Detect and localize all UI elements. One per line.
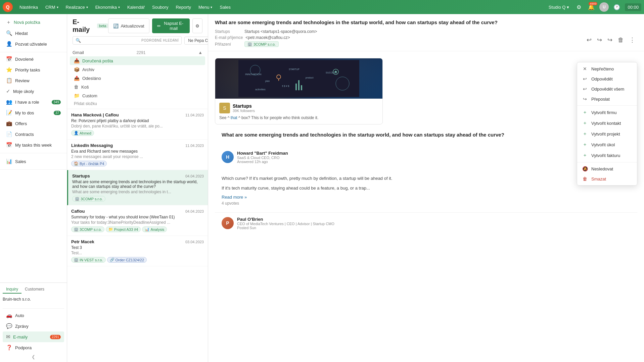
tab-customers[interactable]: Customers [21,286,48,294]
search-input[interactable] [83,38,139,43]
delete-icon: 🗑 [582,176,588,182]
nav-soubory[interactable]: Soubory [149,3,172,11]
email-item-selected[interactable]: Startups 04.04.2023 What are some emergi… [67,170,208,205]
nav-ekonomika[interactable]: Ekonomika ▾ [92,3,123,11]
sidebar-item-review[interactable]: 📋 Review [3,75,64,86]
email-tag[interactable]: 🔗 Order CZ1324/22 [107,257,147,263]
notification-badge: 4909 [589,2,597,5]
dd-item-reply-all[interactable]: ↩ Odpovědět všem [577,84,637,94]
nav-nastenkda[interactable]: Nástěnka [16,3,41,11]
sidebar-item-moje-ukoly[interactable]: ✓ Moje úkoly [3,86,64,97]
settings-button[interactable]: ⚙ [574,3,583,12]
dd-item-unfollow[interactable]: 🔕 Nesledovat [577,164,637,174]
sidebar-sales-section: 📊 Sales [0,155,67,168]
add-folder-button[interactable]: Přidat složku [70,100,205,107]
auto-icon: 🚗 [6,312,12,318]
folder-kos[interactable]: 🗑 Koš [70,83,205,91]
assignment-badge[interactable]: 🏢 3COMP s.r.o. [244,41,279,47]
email-tag[interactable]: 🏢 3COMP s.r.o. [71,226,104,232]
nav-kalendar[interactable]: Kalendář [124,3,148,11]
folder-dorucenaposta[interactable]: 📥 Doručená pošta [70,56,205,65]
filter-ne-pepa[interactable]: Ne Pepa Custom [184,37,208,45]
dd-item-forward[interactable]: ↪ Přeposlat [577,94,637,104]
email-item[interactable]: Hana Macková | Caflou 11.04.2023 Re: Pot… [67,109,208,140]
sidebar-item-my-tasks-week[interactable]: 📅 My tasks this week [3,140,64,150]
delete-button[interactable]: 🗑 [616,35,626,45]
dd-item-delete[interactable]: 🗑 Smazat [577,174,637,184]
chevron-down-icon: ▾ [118,5,120,9]
svg-rect-14 [301,85,302,90]
studio-button[interactable]: Studio Q ▾ [546,3,572,11]
folder-sent-label: Odesláno [82,76,101,81]
folder-odeslano[interactable]: 📤 Odesláno [70,74,205,83]
sidebar-priority-label: Priority tasks [15,67,40,72]
sidebar-item-emaily[interactable]: ✉ E-maily 2291 [3,331,64,342]
sidebar-item-invite[interactable]: 👤 Pozvat uživatele [3,39,64,49]
folder-custom-label: Custom [82,93,97,98]
sidebar-item-podpora[interactable]: ❓ Podpora [3,342,64,353]
sidebar-collapse-button[interactable]: ❮ [3,353,64,361]
email-subject: What are some emerging trends and techno… [72,179,204,189]
sidebar-item-dovolene[interactable]: 📅 Dovolené [3,54,64,64]
email-tag[interactable]: 📊 Analysis [142,226,167,232]
sidebar-item-priority[interactable]: ⭐ Priority tasks [3,64,64,75]
folder-custom[interactable]: 📁 Custom [70,91,205,100]
second-author: P Paul O'Brien CEO of MediaTech Ventures… [222,217,631,230]
update-button[interactable]: 🔄 Aktualizovat [108,18,149,33]
todo-icon: 📝 [6,110,12,116]
email-tag[interactable]: 🏠 Byt - činžák P4 [71,161,107,166]
sidebar-item-zpravy[interactable]: 💬 Zprávy [3,321,64,331]
search-detail-button[interactable]: PODROBNÉ HLEDÁNÍ [141,39,179,42]
tag-label: Byt - činžák P4 [80,162,104,166]
read-more-link[interactable]: Read more » [222,195,631,200]
dd-item-reply[interactable]: ↩ Odpovědět [577,74,637,84]
sidebar-item-offers[interactable]: 💼 Offers [3,118,64,129]
tag-label: 3COMP s.r.o. [81,197,103,201]
nav-reporty[interactable]: Reporty [172,3,194,11]
email-tag[interactable]: 👤 Ahmed [71,130,94,136]
dd-item-create-company[interactable]: ＋ Vytvořit firmu [577,107,637,118]
dd-item-create-contact[interactable]: ＋ Vytvořit kontakt [577,118,637,128]
sidebar-item-contracts[interactable]: 📄 Contracts [3,129,64,140]
notifications-button[interactable]: 🔔 4909 [586,3,597,12]
email-item[interactable]: Caflou 04.04.2023 Summary for today - wh… [67,205,208,236]
avatar[interactable]: U [599,2,609,12]
email-item[interactable]: Petr Macek 03.04.2023 Test 3 Test... 🏢 I… [67,236,208,266]
email-item[interactable]: LinkedIn Messaging 11.04.2023 Eva and Ri… [67,140,208,170]
card-image-content: INNOVATION STARTUP product plan SUCCESS … [215,58,382,99]
nav-sales[interactable]: Sales [216,3,234,11]
dd-item-unread[interactable]: ✕ Nepřečteno [577,64,637,74]
sidebar-item-search[interactable]: 🔍 Hledat [3,28,64,39]
more-button[interactable]: ⋮ [627,35,637,45]
sidebar-item-auto[interactable]: 🚗 Auto [3,310,64,321]
email-tag[interactable]: 🏢 IN VEST s.r.o. [71,257,106,263]
nav-realizace[interactable]: Realizace ▾ [62,3,91,11]
sidebar-item-sales[interactable]: 📊 Sales [3,156,64,167]
dd-item-create-project[interactable]: ＋ Vytvořit projekt [577,128,637,139]
plus-icon: ＋ [582,152,588,158]
forward-button[interactable]: ↪ [605,35,614,45]
sidebar-search-label: Hledat [15,31,28,36]
tab-inquiry[interactable]: Inquiry [3,286,21,294]
dd-item-create-task[interactable]: ＋ Vytvořit úkol [577,139,637,150]
main-layout: ＋ Nová položka 🔍 Hledat 👤 Pozvat uživate… [0,14,644,362]
settings-email-button[interactable]: ⚙ [192,18,202,33]
that-highlight[interactable]: that [231,115,237,120]
li-company-name: Startups [233,103,255,109]
email-tag[interactable]: 📁 Project A33 #4 [106,226,141,232]
email-action-toolbar: ↩ ↪ ↪ 🗑 ⋮ [585,35,637,45]
sidebar-item-role[interactable]: 👥 I have a role 349 [3,97,64,107]
gmail-folder-header[interactable]: Gmail 2291 ▲ [70,49,205,56]
dd-item-create-invoice[interactable]: ＋ Vytvořit fakturu [577,150,637,161]
sidebar-item-todos[interactable]: 📝 My to dos 37 [3,107,64,118]
second-author-avatar: P [222,217,234,229]
folder-archiv[interactable]: 📦 Archiv [70,65,205,74]
reply-prev-button[interactable]: ↪ [595,35,604,45]
app-logo[interactable]: Q [3,2,13,12]
nav-menu[interactable]: Menu ▾ [195,3,216,11]
new-email-button[interactable]: ✏ Napsat E-mail [152,18,190,33]
email-tag[interactable]: 🏢 3COMP s.r.o. [72,196,105,202]
sidebar-item-new[interactable]: ＋ Nová položka [3,17,64,28]
nav-crm[interactable]: CRM ▾ [42,3,62,11]
reply-button[interactable]: ↩ [585,35,594,45]
